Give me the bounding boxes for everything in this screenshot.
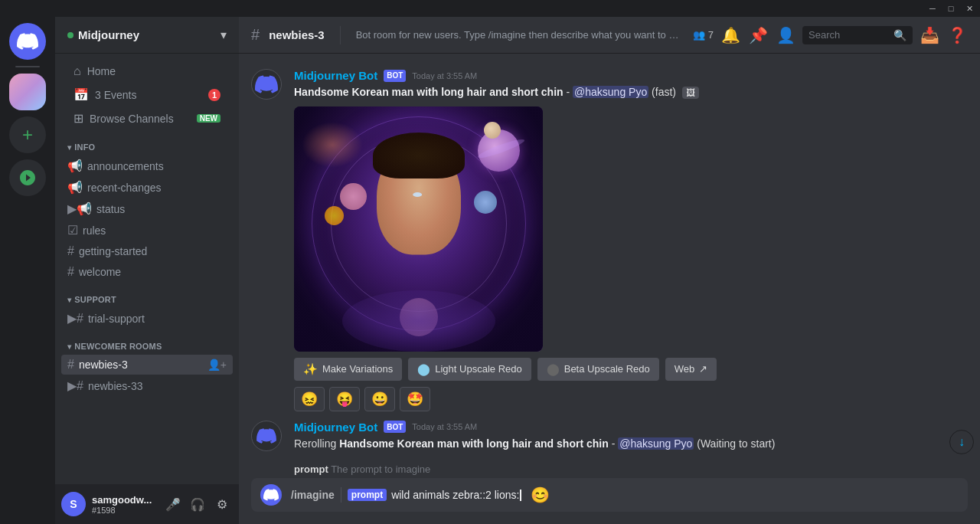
member-count-number: 7: [708, 29, 714, 41]
command-name-label: /imagine: [291, 481, 335, 509]
channel-name-newbies-33: newbies-33: [88, 380, 143, 392]
channel-item-newbies-3[interactable]: # newbies-3 👤+: [61, 355, 233, 375]
input-command-wrapper: /imagine prompt wild animals zebra::2 li…: [291, 481, 521, 509]
channel-list: ⌂ Home 📅 3 Events 1 ⊞ Browse Channels NE…: [55, 54, 239, 484]
channel-item-status[interactable]: ▶ 📢 status: [61, 198, 233, 219]
hash-icon-n3: #: [67, 358, 74, 372]
add-member-icon: 👤+: [207, 359, 227, 371]
beta-upscale-redo-button[interactable]: ⬤ Beta Upscale Redo: [537, 358, 659, 381]
message-suffix-2: -: [612, 437, 619, 450]
reaction-4[interactable]: 🤩: [400, 387, 430, 411]
avatar-col-1: [251, 69, 282, 414]
pin-button[interactable]: 📌: [747, 25, 769, 46]
newcomer-section-header[interactable]: ▾ NEWCOMER ROOMS: [55, 329, 239, 354]
light-upscale-redo-button[interactable]: ⬤ Light Upscale Redo: [408, 358, 531, 381]
maximize-button[interactable]: □: [946, 4, 956, 13]
header-actions: 👥 7 🔔 📌 👤 Search 🔍 📥 ❓: [693, 25, 968, 46]
titlebar: ─ □ ✕: [0, 0, 980, 17]
message-mention-1[interactable]: @haksung Pyo: [573, 86, 648, 98]
explore-servers-button[interactable]: [9, 159, 46, 196]
message-bold-1: Handsome Korean man with long hair and s…: [294, 86, 564, 98]
message-prefix-2: Rerolling: [294, 437, 339, 450]
light-upscale-redo-label: Light Upscale Redo: [435, 363, 521, 375]
message-author-1[interactable]: Midjourney Bot: [294, 69, 377, 82]
home-icon: ⌂: [74, 64, 81, 78]
user-controls: 🎤 🎧 ⚙: [162, 493, 233, 515]
search-bar[interactable]: Search 🔍: [802, 26, 913, 44]
channel-name-recent-changes: recent-changes: [87, 182, 162, 194]
minimize-button[interactable]: ─: [928, 4, 937, 13]
channel-item-trial-support[interactable]: ▶ # trial-support: [61, 308, 233, 329]
emoji-1: 😖: [301, 391, 318, 408]
mute-button[interactable]: 🎤: [162, 493, 184, 515]
command-input-text[interactable]: wild animals zebra::2 lions:: [391, 489, 521, 502]
info-section-label: INFO: [74, 142, 95, 152]
member-list-button[interactable]: 👤: [775, 25, 796, 46]
input-value: wild animals zebra::2 lions:: [391, 489, 519, 501]
new-badge: NEW: [197, 114, 220, 123]
add-server-button[interactable]: +: [9, 116, 46, 153]
channel-item-recent-changes[interactable]: 📢 recent-changes: [61, 177, 233, 198]
reaction-1[interactable]: 😖: [294, 387, 325, 411]
message-time-2: Today at 3:55 AM: [412, 422, 477, 431]
channel-header-desc: Bot room for new users. Type /imagine th…: [356, 29, 684, 41]
notification-bell-button[interactable]: 🔔: [720, 25, 741, 46]
close-button[interactable]: ✕: [965, 4, 974, 13]
home-nav-item[interactable]: ⌂ Home: [61, 60, 233, 83]
browse-icon: ⊞: [74, 111, 83, 126]
beta-upscale-redo-label: Beta Upscale Redo: [564, 363, 650, 375]
server-online-dot: [67, 32, 74, 38]
support-section-label: SUPPORT: [74, 295, 116, 304]
web-button[interactable]: Web ↗: [665, 358, 717, 381]
message-header-2: Midjourney Bot BOT Today at 3:55 AM: [294, 421, 968, 434]
message-image[interactable]: [294, 106, 543, 352]
user-panel: S samgoodw... #1598 🎤 🎧 ⚙: [55, 484, 239, 524]
reaction-2[interactable]: 😝: [329, 387, 360, 411]
message-header-1: Midjourney Bot BOT Today at 3:55 AM: [294, 69, 968, 82]
header-divider: [340, 26, 341, 44]
action-buttons: ✨ Make Variations ⬤ Light Upscale Redo ⬤…: [294, 355, 968, 384]
server-name-label: Midjourney: [78, 28, 139, 41]
member-count: 👥 7: [693, 29, 714, 41]
deafen-button[interactable]: 🎧: [187, 493, 208, 515]
server-header[interactable]: Midjourney ▾: [55, 17, 239, 54]
help-button[interactable]: ❓: [946, 25, 968, 46]
channel-item-getting-started[interactable]: # getting-started: [61, 241, 233, 261]
settings-button[interactable]: ⚙: [211, 493, 233, 515]
reaction-3[interactable]: 😀: [364, 387, 395, 411]
message-image-container: [294, 106, 968, 352]
scroll-to-bottom-button[interactable]: ↓: [949, 430, 974, 454]
events-nav-item[interactable]: 📅 3 Events 1: [61, 83, 233, 106]
channel-item-newbies-33[interactable]: ▶ # newbies-33: [61, 375, 233, 396]
home-label: Home: [87, 65, 116, 77]
light-upscale-icon: ⬤: [417, 362, 430, 376]
status-expand-icon: ▶: [67, 201, 77, 216]
member-count-icon: 👥: [693, 29, 705, 41]
midjourney-server-icon[interactable]: [9, 74, 46, 110]
bot-avatar-2: [251, 421, 282, 451]
emoji-picker-button[interactable]: 😊: [531, 478, 550, 512]
message-text-2: Rerolling Handsome Korean man with long …: [294, 437, 968, 452]
message-input-wrapper[interactable]: /imagine prompt wild animals zebra::2 li…: [251, 478, 968, 512]
message-suffix-1: -: [566, 86, 573, 98]
channel-item-welcome[interactable]: # welcome: [61, 262, 233, 282]
user-info: samgoodw... #1598: [92, 494, 156, 515]
inbox-button[interactable]: 📥: [919, 25, 940, 46]
message-mention-2[interactable]: @haksung Pyo: [618, 437, 694, 450]
input-cursor: [520, 490, 521, 501]
messages-area[interactable]: Midjourney Bot BOT Today at 3:55 AM Hand…: [239, 54, 980, 460]
message-group-2: Midjourney Bot BOT Today at 3:55 AM Rero…: [239, 418, 980, 455]
make-variations-button[interactable]: ✨ Make Variations: [294, 358, 402, 381]
info-section-header[interactable]: ▾ INFO: [55, 130, 239, 155]
browse-channels-nav-item[interactable]: ⊞ Browse Channels NEW: [61, 106, 233, 130]
message-attachment-icon: 🖼: [682, 87, 699, 99]
discord-home-icon[interactable]: [9, 23, 46, 60]
channel-item-announcements[interactable]: 📢 announcements: [61, 156, 233, 176]
channel-item-rules[interactable]: ☑ rules: [61, 220, 233, 241]
main-content: # newbies-3 Bot room for new users. Type…: [239, 17, 980, 524]
hash-icon-w: #: [67, 265, 74, 279]
message-author-2[interactable]: Midjourney Bot: [294, 421, 377, 434]
search-placeholder: Search: [808, 29, 890, 41]
support-section-header[interactable]: ▾ SUPPORT: [55, 283, 239, 307]
search-icon: 🔍: [893, 29, 906, 41]
